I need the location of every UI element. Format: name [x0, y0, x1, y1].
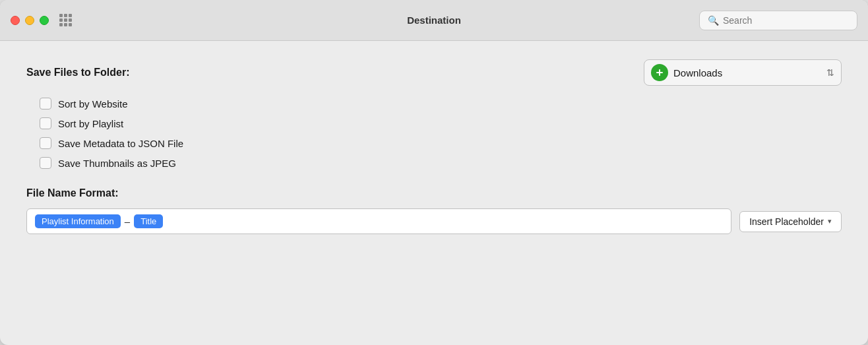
save-thumbnails-checkbox[interactable] — [40, 157, 51, 169]
save-metadata-checkbox[interactable] — [40, 137, 51, 149]
search-box[interactable]: 🔍 — [699, 11, 857, 30]
insert-placeholder-button[interactable]: Insert Placeholder ▾ — [739, 211, 842, 232]
sort-by-website-checkbox[interactable] — [40, 98, 51, 110]
format-input[interactable]: Playlist Information – Title — [26, 208, 731, 234]
traffic-lights — [11, 16, 49, 25]
title-tag[interactable]: Title — [134, 214, 163, 228]
chevron-updown-icon: ⇅ — [826, 67, 834, 78]
checkboxes-group: Sort by Website Sort by Playlist Save Me… — [40, 98, 842, 169]
save-thumbnails-label: Save Thumbnails as JPEG — [58, 158, 176, 169]
checkbox-row-thumbnails: Save Thumbnails as JPEG — [40, 157, 842, 169]
file-name-format-label: File Name Format: — [26, 187, 842, 199]
sort-by-playlist-label: Sort by Playlist — [58, 118, 123, 129]
save-files-row: Save Files to Folder: Downloads ⇅ — [26, 59, 842, 86]
app-window: Destination 🔍 Save Files to Folder: Down… — [0, 0, 868, 345]
folder-select[interactable]: Downloads ⇅ — [644, 59, 842, 86]
maximize-button[interactable] — [40, 16, 49, 25]
sort-by-playlist-checkbox[interactable] — [40, 117, 51, 129]
save-files-label: Save Files to Folder: — [26, 67, 129, 78]
close-button[interactable] — [11, 16, 20, 25]
insert-placeholder-label: Insert Placeholder — [749, 216, 824, 227]
checkbox-row-metadata: Save Metadata to JSON File — [40, 137, 842, 149]
folder-icon — [651, 64, 668, 81]
dash-separator: – — [125, 216, 130, 227]
folder-name: Downloads — [673, 67, 821, 78]
checkbox-row-sort-playlist: Sort by Playlist — [40, 117, 842, 129]
sort-by-website-label: Sort by Website — [58, 98, 128, 110]
minimize-button[interactable] — [25, 16, 34, 25]
grid-icon[interactable] — [59, 14, 72, 26]
file-name-section: File Name Format: Playlist Information –… — [26, 187, 842, 234]
titlebar: Destination 🔍 — [0, 0, 868, 41]
save-metadata-label: Save Metadata to JSON File — [58, 138, 183, 149]
file-name-row: Playlist Information – Title Insert Plac… — [26, 208, 842, 234]
chevron-down-icon: ▾ — [828, 217, 832, 226]
main-content: Save Files to Folder: Downloads ⇅ Sort b… — [0, 41, 868, 345]
search-icon: 🔍 — [708, 15, 719, 26]
search-input[interactable] — [723, 15, 849, 26]
playlist-information-tag[interactable]: Playlist Information — [35, 214, 121, 228]
checkbox-row-sort-website: Sort by Website — [40, 98, 842, 110]
window-title: Destination — [407, 15, 461, 26]
